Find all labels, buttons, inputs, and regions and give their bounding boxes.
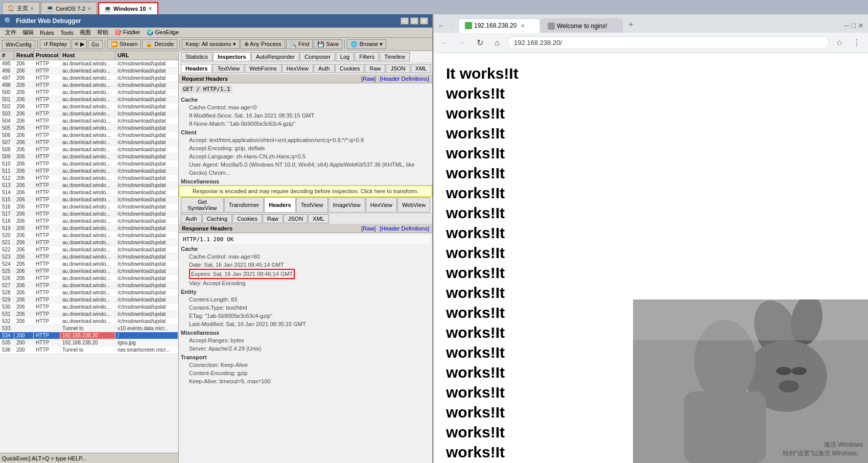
- session-row[interactable]: 522 206 HTTP au.download.windo... /c/msd…: [0, 246, 178, 253]
- menu-edit[interactable]: 编辑: [19, 28, 37, 37]
- subtab-cookies[interactable]: Cookies: [335, 64, 365, 73]
- resp-tab2-xml[interactable]: XML: [308, 214, 329, 223]
- session-row[interactable]: 523 206 HTTP au.download.windo... /c/msd…: [0, 253, 178, 261]
- session-row[interactable]: 506 206 HTTP au.download.windo... /c/msd…: [0, 132, 178, 139]
- session-row[interactable]: 524 206 HTTP au.download.windo... /c/msd…: [0, 261, 178, 268]
- tab-statistics[interactable]: Statistics: [181, 52, 213, 61]
- resp-tab2-raw[interactable]: Raw: [263, 214, 283, 223]
- session-row[interactable]: 519 206 HTTP au.download.windo... /c/msd…: [0, 225, 178, 232]
- more-icon[interactable]: ⋮: [850, 36, 864, 50]
- session-row[interactable]: 515 206 HTTP au.download.windo... /c/msd…: [0, 196, 178, 203]
- subtab-xml[interactable]: XML: [411, 64, 432, 73]
- session-row[interactable]: 536 200 HTTP Tunnel to nav.smartscreen.m…: [0, 346, 178, 354]
- resp-tab2-cookies[interactable]: Cookies: [232, 214, 262, 223]
- menu-rules[interactable]: Rules: [37, 29, 57, 36]
- star-icon[interactable]: ☆: [832, 36, 847, 50]
- request-raw-link[interactable]: [Raw]: [361, 76, 376, 82]
- request-headerdefs-link[interactable]: [Header Definitions]: [380, 76, 429, 82]
- tab-inspectors[interactable]: Inspectors: [213, 52, 251, 61]
- transform-notice[interactable]: Response is encoded and may require deco…: [179, 186, 432, 197]
- resp-tab-webview[interactable]: WebView: [397, 197, 430, 213]
- home-button[interactable]: ⌂: [490, 36, 504, 50]
- session-row[interactable]: 507 206 HTTP au.download.windo... /c/msd…: [0, 139, 178, 146]
- session-row[interactable]: 518 206 HTTP au.download.windo... /c/msd…: [0, 218, 178, 225]
- resp-tab2-caching[interactable]: Caching: [202, 214, 232, 223]
- menu-file[interactable]: 文件: [2, 28, 19, 37]
- session-row[interactable]: 517 206 HTTP au.download.windo... /c/msd…: [0, 211, 178, 218]
- browser-tab-ip-close[interactable]: ✕: [521, 23, 525, 29]
- menu-view[interactable]: 视图: [77, 28, 94, 37]
- session-row[interactable]: 533 Tunnel to v10.events.data.micr...: [0, 325, 178, 332]
- session-row[interactable]: 534 200 HTTP 192.168.238.20 /: [0, 332, 178, 339]
- tab-composer[interactable]: Composer: [300, 52, 335, 61]
- go-button[interactable]: Go: [88, 40, 103, 49]
- resp-tab2-auth[interactable]: Auth: [181, 214, 202, 223]
- subtab-raw[interactable]: Raw: [365, 64, 385, 73]
- session-row[interactable]: 505 206 HTTP au.download.windo... /c/msd…: [0, 125, 178, 132]
- session-row[interactable]: 500 206 HTTP au.download.windo... /c/msd…: [0, 89, 178, 96]
- subtab-webforms[interactable]: WebForms: [245, 64, 281, 73]
- close-button[interactable]: ✕: [420, 17, 428, 25]
- tab-windows10[interactable]: 💻 Windows 10 ✕: [98, 2, 158, 14]
- forward-button[interactable]: →: [455, 36, 470, 50]
- new-tab-button[interactable]: +: [625, 18, 637, 31]
- session-row[interactable]: 528 206 HTTP au.download.windo... /c/msd…: [0, 289, 178, 296]
- browser-maximize[interactable]: □: [852, 21, 856, 30]
- session-row[interactable]: 526 206 HTTP au.download.windo... /c/msd…: [0, 275, 178, 282]
- session-row[interactable]: 508 206 HTTP au.download.windo... /c/msd…: [0, 146, 178, 153]
- tab-autoresponder[interactable]: AutoResponder: [251, 52, 299, 61]
- session-row[interactable]: 514 206 HTTP au.download.windo... /c/msd…: [0, 189, 178, 196]
- session-row[interactable]: 530 206 HTTP au.download.windo... /c/msd…: [0, 304, 178, 311]
- subtab-textview[interactable]: TextView: [213, 64, 244, 73]
- keep-sessions-button[interactable]: Keep: All sessions ▾: [182, 39, 239, 49]
- session-row[interactable]: 496 206 HTTP au.download.windo... /c/msd…: [0, 67, 178, 75]
- reload-button[interactable]: ↻: [473, 36, 487, 50]
- subtab-auth[interactable]: Auth: [314, 64, 335, 73]
- browser-minimize[interactable]: ─: [844, 21, 850, 30]
- sessions-list[interactable]: 495 206 HTTP au.download.windo... /c/msd…: [0, 60, 178, 453]
- session-row[interactable]: 527 206 HTTP au.download.windo... /c/msd…: [0, 282, 178, 289]
- save-button[interactable]: 💾 Save: [314, 39, 342, 49]
- session-row[interactable]: 529 206 HTTP au.download.windo... /c/msd…: [0, 296, 178, 304]
- session-row[interactable]: 501 206 HTTP au.download.windo... /c/msd…: [0, 96, 178, 103]
- resp-tab2-json[interactable]: JSON: [284, 214, 308, 223]
- browser-tab-ip[interactable]: 192.168.238.20 ✕: [458, 18, 540, 33]
- browser-back-btn-title[interactable]: ←: [438, 21, 445, 30]
- resp-tab-syntaxview[interactable]: Get SyntaxView: [181, 197, 224, 213]
- decode-button[interactable]: 🔓 Decode: [142, 39, 177, 49]
- resp-tab-headers[interactable]: Headers: [264, 197, 295, 213]
- tab-filters[interactable]: Filters: [355, 52, 379, 61]
- tab-home[interactable]: 🏠 主页 ✕: [2, 2, 40, 14]
- session-row[interactable]: 511 206 HTTP au.download.windo... /c/msd…: [0, 168, 178, 175]
- session-row[interactable]: 512 206 HTTP au.download.windo... /c/msd…: [0, 175, 178, 182]
- tab-timeline[interactable]: Timeline: [380, 52, 410, 61]
- response-headerdefs-link[interactable]: [Header Definitions]: [380, 225, 429, 231]
- session-row[interactable]: 503 206 HTTP au.download.windo... /c/msd…: [0, 110, 178, 118]
- tab-log[interactable]: Log: [336, 52, 354, 61]
- browser-tab-nginx[interactable]: Welcome to nginx!: [541, 18, 623, 33]
- session-row[interactable]: 520 206 HTTP au.download.windo... /c/msd…: [0, 232, 178, 239]
- subtab-hexview[interactable]: HexView: [282, 64, 313, 73]
- quickexec-bar[interactable]: QuickExec] ALT+Q > type HELP...: [0, 453, 178, 463]
- winconfig-button[interactable]: WinConfig: [2, 40, 35, 49]
- session-row[interactable]: 516 206 HTTP au.download.windo... /c/msd…: [0, 203, 178, 211]
- session-row[interactable]: 513 206 HTTP au.download.windo... /c/msd…: [0, 182, 178, 189]
- subtab-json[interactable]: JSON: [386, 64, 410, 73]
- session-row[interactable]: 497 206 HTTP au.download.windo... /c/msd…: [0, 75, 178, 82]
- browser-close[interactable]: ✕: [858, 21, 864, 30]
- session-row[interactable]: 525 206 HTTP au.download.windo... /c/msd…: [0, 268, 178, 275]
- subtab-headers[interactable]: Headers: [181, 64, 212, 73]
- tab-home-close[interactable]: ✕: [30, 6, 34, 11]
- replay-button[interactable]: ↺ Replay: [40, 39, 71, 49]
- menu-help[interactable]: 帮助: [94, 28, 111, 37]
- session-row[interactable]: 535 200 HTTP 192.168.238.20 /gou.jpg: [0, 339, 178, 346]
- x-arrow-button[interactable]: ✕ ▶: [72, 39, 87, 49]
- resp-tab-imageview[interactable]: ImageView: [329, 197, 365, 213]
- session-row[interactable]: 495 206 HTTP au.download.windo... /c/msd…: [0, 60, 178, 67]
- any-process-button[interactable]: ⊕ Any Process: [241, 39, 285, 49]
- session-row[interactable]: 532 206 HTTP au.download.windo... /c/msd…: [0, 318, 178, 325]
- tab-windows10-close[interactable]: ✕: [148, 6, 152, 11]
- stream-button[interactable]: ⏩ Stream: [107, 39, 142, 49]
- resp-tab-hexview[interactable]: HexView: [366, 197, 397, 213]
- maximize-button[interactable]: □: [410, 17, 418, 25]
